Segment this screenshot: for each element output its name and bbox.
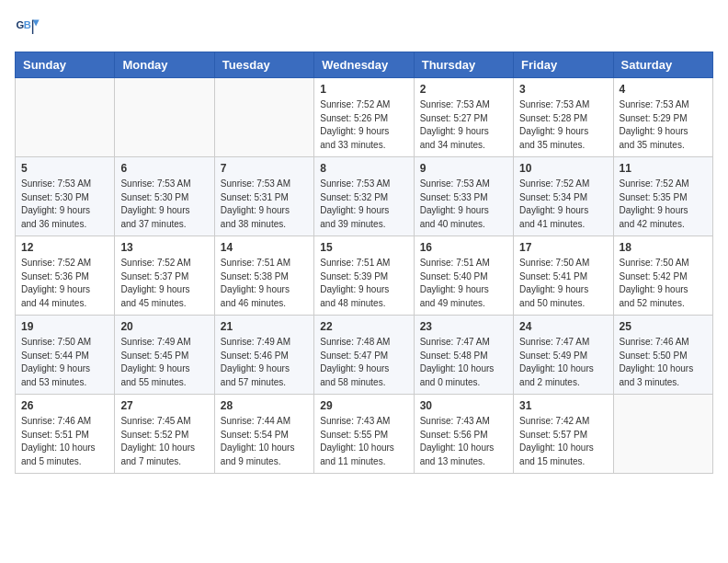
calendar-cell: 27Sunrise: 7:45 AM Sunset: 5:52 PM Dayli… bbox=[115, 395, 214, 474]
weekday-header-wednesday: Wednesday bbox=[314, 52, 414, 78]
day-info: Sunrise: 7:52 AM Sunset: 5:26 PM Dayligh… bbox=[320, 98, 407, 152]
day-info: Sunrise: 7:51 AM Sunset: 5:40 PM Dayligh… bbox=[420, 257, 507, 310]
day-number: 19 bbox=[21, 320, 108, 333]
day-info: Sunrise: 7:46 AM Sunset: 5:50 PM Dayligh… bbox=[620, 336, 707, 389]
logo: G B bbox=[15, 15, 44, 40]
day-info: Sunrise: 7:48 AM Sunset: 5:47 PM Dayligh… bbox=[320, 336, 407, 389]
calendar-cell: 13Sunrise: 7:52 AM Sunset: 5:37 PM Dayli… bbox=[115, 236, 214, 316]
calendar-cell bbox=[115, 78, 214, 157]
day-number: 17 bbox=[519, 241, 607, 254]
calendar-cell: 1Sunrise: 7:52 AM Sunset: 5:26 PM Daylig… bbox=[314, 78, 414, 157]
day-info: Sunrise: 7:52 AM Sunset: 5:34 PM Dayligh… bbox=[519, 178, 607, 231]
day-info: Sunrise: 7:53 AM Sunset: 5:30 PM Dayligh… bbox=[21, 178, 108, 231]
calendar-cell: 24Sunrise: 7:47 AM Sunset: 5:49 PM Dayli… bbox=[514, 316, 613, 395]
day-info: Sunrise: 7:49 AM Sunset: 5:45 PM Dayligh… bbox=[120, 336, 208, 389]
day-number: 13 bbox=[120, 241, 208, 254]
calendar-cell: 4Sunrise: 7:53 AM Sunset: 5:29 PM Daylig… bbox=[613, 78, 712, 157]
calendar-cell: 12Sunrise: 7:52 AM Sunset: 5:36 PM Dayli… bbox=[16, 236, 115, 316]
calendar-cell bbox=[214, 78, 313, 157]
calendar-cell: 14Sunrise: 7:51 AM Sunset: 5:38 PM Dayli… bbox=[214, 236, 313, 316]
weekday-header-saturday: Saturday bbox=[613, 52, 712, 78]
calendar-cell: 20Sunrise: 7:49 AM Sunset: 5:45 PM Dayli… bbox=[115, 316, 214, 395]
day-number: 4 bbox=[620, 83, 707, 96]
day-info: Sunrise: 7:45 AM Sunset: 5:52 PM Dayligh… bbox=[120, 415, 208, 468]
day-number: 9 bbox=[420, 162, 507, 175]
calendar-week-2: 5Sunrise: 7:53 AM Sunset: 5:30 PM Daylig… bbox=[16, 157, 713, 236]
day-number: 7 bbox=[221, 162, 308, 175]
calendar-cell: 22Sunrise: 7:48 AM Sunset: 5:47 PM Dayli… bbox=[314, 316, 414, 395]
calendar-cell: 29Sunrise: 7:43 AM Sunset: 5:55 PM Dayli… bbox=[314, 395, 414, 474]
calendar-cell: 18Sunrise: 7:50 AM Sunset: 5:42 PM Dayli… bbox=[613, 236, 712, 316]
day-number: 21 bbox=[221, 320, 308, 333]
calendar-cell: 11Sunrise: 7:52 AM Sunset: 5:35 PM Dayli… bbox=[613, 157, 712, 236]
calendar-cell: 8Sunrise: 7:53 AM Sunset: 5:32 PM Daylig… bbox=[314, 157, 414, 236]
day-number: 3 bbox=[519, 83, 607, 96]
calendar-week-1: 1Sunrise: 7:52 AM Sunset: 5:26 PM Daylig… bbox=[16, 78, 713, 157]
calendar-cell: 6Sunrise: 7:53 AM Sunset: 5:30 PM Daylig… bbox=[115, 157, 214, 236]
day-number: 1 bbox=[320, 83, 407, 96]
day-number: 15 bbox=[320, 241, 407, 254]
calendar-cell: 2Sunrise: 7:53 AM Sunset: 5:27 PM Daylig… bbox=[414, 78, 513, 157]
day-info: Sunrise: 7:49 AM Sunset: 5:46 PM Dayligh… bbox=[221, 336, 308, 389]
svg-text:G: G bbox=[16, 19, 24, 30]
day-number: 29 bbox=[320, 399, 407, 412]
day-info: Sunrise: 7:50 AM Sunset: 5:44 PM Dayligh… bbox=[21, 336, 108, 389]
weekday-header-monday: Monday bbox=[115, 52, 214, 78]
svg-text:B: B bbox=[24, 19, 31, 30]
day-info: Sunrise: 7:47 AM Sunset: 5:48 PM Dayligh… bbox=[420, 336, 507, 389]
logo-icon: G B bbox=[15, 15, 40, 40]
calendar-cell: 16Sunrise: 7:51 AM Sunset: 5:40 PM Dayli… bbox=[414, 236, 513, 316]
calendar-cell: 9Sunrise: 7:53 AM Sunset: 5:33 PM Daylig… bbox=[414, 157, 513, 236]
weekday-header-thursday: Thursday bbox=[414, 52, 513, 78]
day-number: 25 bbox=[620, 320, 707, 333]
calendar-cell: 25Sunrise: 7:46 AM Sunset: 5:50 PM Dayli… bbox=[613, 316, 712, 395]
day-info: Sunrise: 7:43 AM Sunset: 5:55 PM Dayligh… bbox=[320, 415, 407, 468]
header: G B bbox=[15, 15, 713, 40]
calendar-week-4: 19Sunrise: 7:50 AM Sunset: 5:44 PM Dayli… bbox=[16, 316, 713, 395]
day-info: Sunrise: 7:53 AM Sunset: 5:28 PM Dayligh… bbox=[519, 98, 607, 152]
day-number: 18 bbox=[620, 241, 707, 254]
calendar-cell bbox=[613, 395, 712, 474]
calendar-cell: 17Sunrise: 7:50 AM Sunset: 5:41 PM Dayli… bbox=[514, 236, 613, 316]
calendar-week-3: 12Sunrise: 7:52 AM Sunset: 5:36 PM Dayli… bbox=[16, 236, 713, 316]
calendar-cell: 15Sunrise: 7:51 AM Sunset: 5:39 PM Dayli… bbox=[314, 236, 414, 316]
day-info: Sunrise: 7:53 AM Sunset: 5:30 PM Dayligh… bbox=[120, 178, 208, 231]
day-number: 24 bbox=[519, 320, 607, 333]
weekday-header-sunday: Sunday bbox=[16, 52, 115, 78]
day-number: 26 bbox=[21, 399, 108, 412]
calendar-cell: 21Sunrise: 7:49 AM Sunset: 5:46 PM Dayli… bbox=[214, 316, 313, 395]
weekday-header-tuesday: Tuesday bbox=[214, 52, 313, 78]
calendar-cell: 10Sunrise: 7:52 AM Sunset: 5:34 PM Dayli… bbox=[514, 157, 613, 236]
calendar-body: 1Sunrise: 7:52 AM Sunset: 5:26 PM Daylig… bbox=[16, 78, 713, 474]
day-info: Sunrise: 7:51 AM Sunset: 5:39 PM Dayligh… bbox=[320, 257, 407, 310]
day-info: Sunrise: 7:53 AM Sunset: 5:32 PM Dayligh… bbox=[320, 178, 407, 231]
weekday-row: SundayMondayTuesdayWednesdayThursdayFrid… bbox=[16, 52, 713, 78]
day-info: Sunrise: 7:52 AM Sunset: 5:36 PM Dayligh… bbox=[21, 257, 108, 310]
day-info: Sunrise: 7:50 AM Sunset: 5:42 PM Dayligh… bbox=[620, 257, 707, 310]
day-info: Sunrise: 7:47 AM Sunset: 5:49 PM Dayligh… bbox=[519, 336, 607, 389]
svg-marker-2 bbox=[33, 20, 40, 27]
day-info: Sunrise: 7:43 AM Sunset: 5:56 PM Dayligh… bbox=[420, 415, 507, 468]
calendar-cell: 7Sunrise: 7:53 AM Sunset: 5:31 PM Daylig… bbox=[214, 157, 313, 236]
day-number: 8 bbox=[320, 162, 407, 175]
day-number: 6 bbox=[120, 162, 208, 175]
day-number: 14 bbox=[221, 241, 308, 254]
calendar-cell: 23Sunrise: 7:47 AM Sunset: 5:48 PM Dayli… bbox=[414, 316, 513, 395]
day-info: Sunrise: 7:53 AM Sunset: 5:31 PM Dayligh… bbox=[221, 178, 308, 231]
weekday-header-friday: Friday bbox=[514, 52, 613, 78]
day-number: 20 bbox=[120, 320, 208, 333]
calendar-cell: 30Sunrise: 7:43 AM Sunset: 5:56 PM Dayli… bbox=[414, 395, 513, 474]
day-number: 28 bbox=[221, 399, 308, 412]
day-info: Sunrise: 7:53 AM Sunset: 5:27 PM Dayligh… bbox=[420, 98, 507, 152]
day-info: Sunrise: 7:42 AM Sunset: 5:57 PM Dayligh… bbox=[519, 415, 607, 468]
day-number: 31 bbox=[519, 399, 607, 412]
day-number: 16 bbox=[420, 241, 507, 254]
day-number: 12 bbox=[21, 241, 108, 254]
calendar-cell: 3Sunrise: 7:53 AM Sunset: 5:28 PM Daylig… bbox=[514, 78, 613, 157]
day-info: Sunrise: 7:52 AM Sunset: 5:35 PM Dayligh… bbox=[620, 178, 707, 231]
calendar-cell: 31Sunrise: 7:42 AM Sunset: 5:57 PM Dayli… bbox=[514, 395, 613, 474]
calendar-cell: 26Sunrise: 7:46 AM Sunset: 5:51 PM Dayli… bbox=[16, 395, 115, 474]
day-number: 27 bbox=[120, 399, 208, 412]
calendar-cell: 5Sunrise: 7:53 AM Sunset: 5:30 PM Daylig… bbox=[16, 157, 115, 236]
day-info: Sunrise: 7:46 AM Sunset: 5:51 PM Dayligh… bbox=[21, 415, 108, 468]
